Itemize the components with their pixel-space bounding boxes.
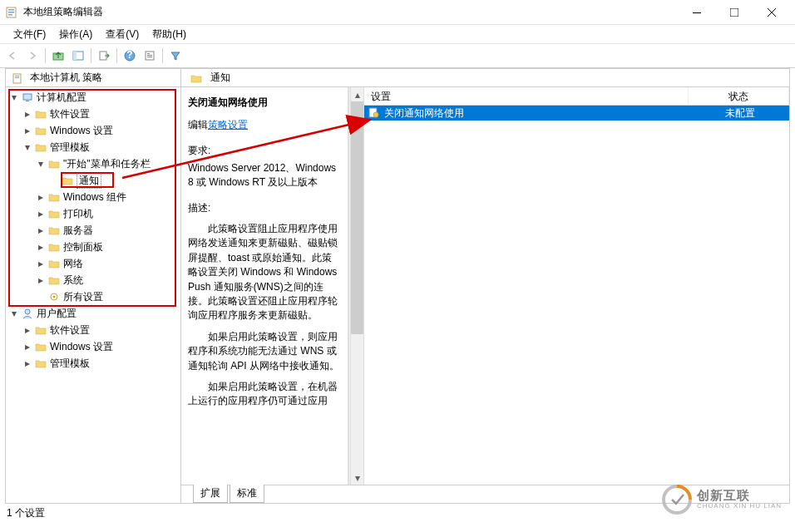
- description-p3: 如果启用此策略设置，在机器上运行的应用程序仍可通过应用: [188, 380, 341, 409]
- tree-node-win-components[interactable]: ▸Windows 组件: [9, 189, 180, 205]
- tab-standard[interactable]: 标准: [230, 485, 264, 503]
- expand-icon[interactable]: ▸: [36, 241, 46, 253]
- folder-icon: [47, 224, 61, 237]
- tree-header: 本地计算机 策略: [6, 69, 180, 87]
- scroll-up-button[interactable]: ▴: [351, 87, 363, 101]
- details-pane: 通知 关闭通知网络使用 编辑策略设置 要求: Windows Server 20…: [181, 68, 790, 504]
- folder-icon: [34, 107, 47, 121]
- tree-node-servers[interactable]: ▸服务器: [9, 222, 180, 239]
- requirements-body: Windows Server 2012、Windows 8 或 Windows …: [188, 161, 341, 190]
- expand-icon[interactable]: ▸: [22, 125, 32, 136]
- expand-icon[interactable]: ▸: [36, 274, 46, 286]
- svg-rect-3: [8, 14, 12, 16]
- tree-node-admin-templates[interactable]: ▾管理模板: [9, 139, 180, 155]
- svg-rect-15: [147, 57, 152, 57]
- show-hide-tree-button[interactable]: [69, 47, 87, 65]
- policy-item-icon: [368, 106, 381, 120]
- column-status[interactable]: 状态: [689, 87, 789, 105]
- folder-icon: [47, 207, 61, 220]
- computer-icon: [21, 91, 34, 104]
- scroll-down-button[interactable]: ▾: [351, 470, 363, 485]
- tree-node-user-admin-templates[interactable]: ▸管理模板: [9, 355, 180, 372]
- svg-rect-2: [8, 12, 14, 13]
- tree-node-user-config[interactable]: ▾用户配置: [9, 305, 180, 322]
- expand-icon[interactable]: ▸: [36, 258, 46, 269]
- menu-action[interactable]: 操作(A): [52, 26, 99, 43]
- folder-icon: [34, 340, 47, 353]
- svg-point-22: [53, 296, 56, 298]
- tree-node-control-panel[interactable]: ▸控制面板: [9, 239, 180, 255]
- toolbar: ?: [0, 43, 795, 68]
- collapse-icon[interactable]: ▾: [9, 308, 19, 319]
- column-setting[interactable]: 设置: [364, 87, 689, 105]
- tree-node-printers[interactable]: ▸打印机: [9, 205, 180, 222]
- svg-rect-5: [730, 8, 738, 17]
- maximize-button[interactable]: [715, 0, 753, 25]
- list-header: 设置 状态: [364, 87, 789, 106]
- tree-node-all-settings[interactable]: 所有设置: [9, 288, 180, 305]
- properties-button[interactable]: [141, 47, 159, 65]
- tree-node-computer-config[interactable]: ▾计算机配置: [9, 89, 180, 106]
- menu-file[interactable]: 文件(F): [7, 26, 52, 43]
- tree-node-windows-settings[interactable]: ▸Windows 设置: [9, 122, 180, 139]
- expand-icon[interactable]: ▸: [22, 357, 32, 369]
- edit-policy-link[interactable]: 策略设置: [208, 119, 248, 131]
- tree-node-start-taskbar[interactable]: ▾"开始"菜单和任务栏: [9, 155, 180, 172]
- desc-scrollbar[interactable]: [348, 87, 350, 485]
- forward-button[interactable]: [23, 47, 42, 65]
- expand-icon[interactable]: ▸: [36, 191, 46, 203]
- expand-icon[interactable]: ▸: [22, 324, 32, 336]
- watermark-text: 创新互联 CHUANG XIN HU LIAN: [697, 489, 782, 510]
- list-row[interactable]: 关闭通知网络使用 未配置: [364, 106, 789, 121]
- svg-rect-20: [26, 101, 29, 101]
- folder-icon: [47, 257, 61, 270]
- expand-icon[interactable]: ▸: [36, 224, 46, 236]
- row-status: 未配置: [690, 106, 789, 121]
- tree[interactable]: ▾计算机配置 ▸软件设置 ▸Windows 设置 ▾管理模板 ▾"开始"菜单和任…: [6, 87, 180, 503]
- tree-root-label: 本地计算机 策略: [30, 71, 102, 85]
- settings-list: 设置 状态 关闭通知网络使用 未配置: [364, 87, 789, 485]
- tab-extended[interactable]: 扩展: [193, 485, 228, 503]
- menu-view[interactable]: 查看(V): [99, 26, 146, 43]
- description-p1: 此策略设置阻止应用程序使用网络发送通知来更新磁贴、磁贴锁屏提醒、toast 或原…: [188, 222, 341, 323]
- svg-point-25: [373, 112, 378, 117]
- up-folder-button[interactable]: [49, 47, 67, 65]
- watermark: 创新互联 CHUANG XIN HU LIAN: [662, 482, 795, 517]
- folder-icon: [34, 357, 47, 370]
- svg-rect-4: [693, 12, 701, 13]
- collapse-icon[interactable]: ▾: [9, 91, 19, 103]
- menu-help[interactable]: 帮助(H): [146, 26, 193, 43]
- expand-icon[interactable]: ▸: [36, 208, 46, 219]
- desc-scrollbar-track[interactable]: ▴ ▾: [351, 87, 364, 485]
- folder-icon: [47, 157, 61, 170]
- tree-node-user-software[interactable]: ▸软件设置: [9, 322, 180, 338]
- folder-icon: [61, 174, 74, 187]
- folder-icon: [190, 71, 203, 85]
- edit-line: 编辑策略设置: [188, 118, 341, 132]
- scroll-thumb[interactable]: [351, 101, 363, 334]
- titlebar: 本地组策略编辑器: [0, 0, 795, 25]
- tree-node-software[interactable]: ▸软件设置: [9, 106, 180, 122]
- policy-icon: [11, 71, 24, 85]
- filter-button[interactable]: [166, 47, 185, 65]
- export-button[interactable]: [95, 47, 113, 65]
- separator: [91, 48, 91, 63]
- tree-node-user-windows-settings[interactable]: ▸Windows 设置: [9, 338, 180, 355]
- status-count: 1 个设置: [7, 506, 45, 520]
- tree-node-network[interactable]: ▸网络: [9, 255, 180, 272]
- folder-icon: [34, 124, 47, 137]
- expand-icon[interactable]: ▸: [22, 108, 32, 120]
- expand-icon[interactable]: ▸: [22, 341, 32, 352]
- tree-node-notifications[interactable]: 通知: [9, 172, 180, 189]
- back-button[interactable]: [3, 47, 22, 65]
- collapse-icon[interactable]: ▾: [22, 141, 32, 153]
- collapse-icon[interactable]: ▾: [36, 158, 46, 170]
- minimize-button[interactable]: [678, 0, 715, 25]
- help-button[interactable]: ?: [121, 47, 139, 65]
- svg-rect-14: [147, 55, 152, 56]
- tree-node-system[interactable]: ▸系统: [9, 272, 180, 288]
- close-button[interactable]: [753, 0, 790, 25]
- list-rows: 关闭通知网络使用 未配置: [364, 106, 789, 485]
- svg-rect-19: [23, 94, 32, 100]
- details-body: 关闭通知网络使用 编辑策略设置 要求: Windows Server 2012、…: [181, 87, 789, 485]
